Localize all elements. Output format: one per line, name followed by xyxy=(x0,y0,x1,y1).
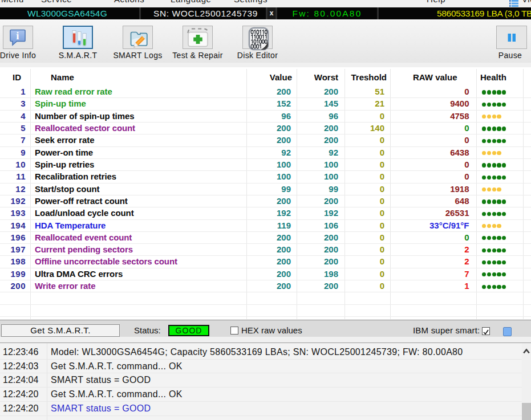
svg-text:i: i xyxy=(16,30,19,42)
